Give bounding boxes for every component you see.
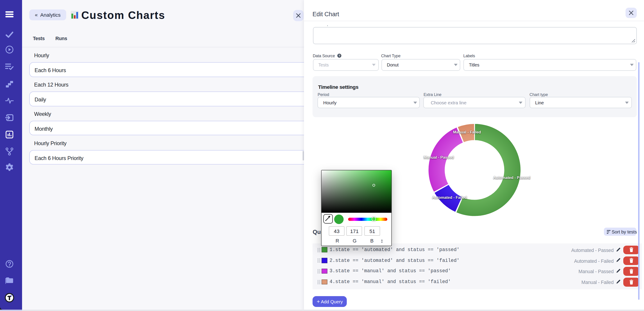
svg-text:?: ? — [338, 54, 340, 58]
